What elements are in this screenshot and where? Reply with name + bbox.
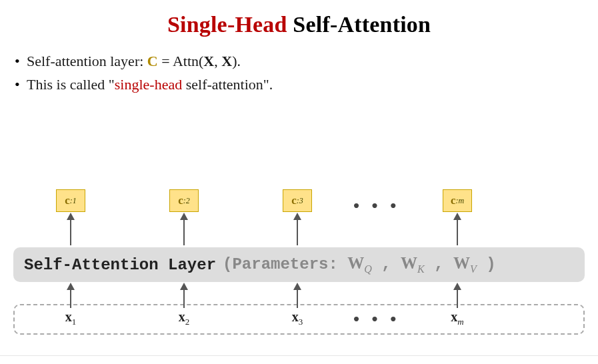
diagram: Self-Attention Layer (Parameters: WQ , W… [13,177,585,351]
b2-red: single-head [115,76,182,93]
wq-w: W [347,254,364,272]
arrow-bot [70,284,71,308]
b2-pre: This is called " [27,76,115,93]
footer-divider [0,355,598,356]
column-4: c:mxm [440,177,475,351]
b2-post: self-attention". [182,76,273,93]
arrow-top [70,214,71,245]
column-3: c:3x3 [280,177,315,351]
b1-x1: X [203,53,214,69]
input-x-label: xm [451,309,463,327]
bullet-2: This is called "single-head self-attenti… [15,73,598,96]
arrow-top [183,214,185,245]
b1-mid: , [214,53,221,69]
b1-pre: Self-attention layer: [27,53,147,69]
arrow-bot [183,284,185,308]
dots-bottom: • • • [353,309,400,329]
wq-s: Q [364,263,372,275]
b1-post: ). [232,53,241,69]
b1-c: C [147,53,158,69]
input-x-label: x1 [65,309,77,327]
wk-w: W [401,254,417,272]
input-x-label: x3 [292,309,303,327]
bullet-1: Self-attention layer: C = Attn(X, X). [15,49,598,73]
arrow-bot [297,284,298,308]
params-close: ) [477,255,496,273]
sep1: , [372,255,401,273]
arrow-top [297,214,298,245]
title-rest: Self-Attention [287,12,431,37]
output-c-box: c:m [443,189,472,212]
bullet-list: Self-attention layer: C = Attn(X, X). Th… [15,49,598,96]
output-c-box: c:2 [169,189,199,212]
output-c-box: c:1 [56,189,85,212]
title-red: Single-Head [167,12,287,37]
wk-s: K [417,263,425,275]
b1-x2: X [221,53,232,69]
column-2: c:2x2 [167,177,201,351]
output-c-box: c:3 [283,189,312,212]
arrow-top [457,214,458,245]
input-x-label: x2 [179,309,190,327]
arrow-bot [457,284,458,308]
column-1: c:1x1 [53,177,88,351]
slide-title: Single-Head Self-Attention [0,12,598,37]
dots-top: • • • [353,196,400,216]
b1-eq: = Attn( [158,53,204,69]
